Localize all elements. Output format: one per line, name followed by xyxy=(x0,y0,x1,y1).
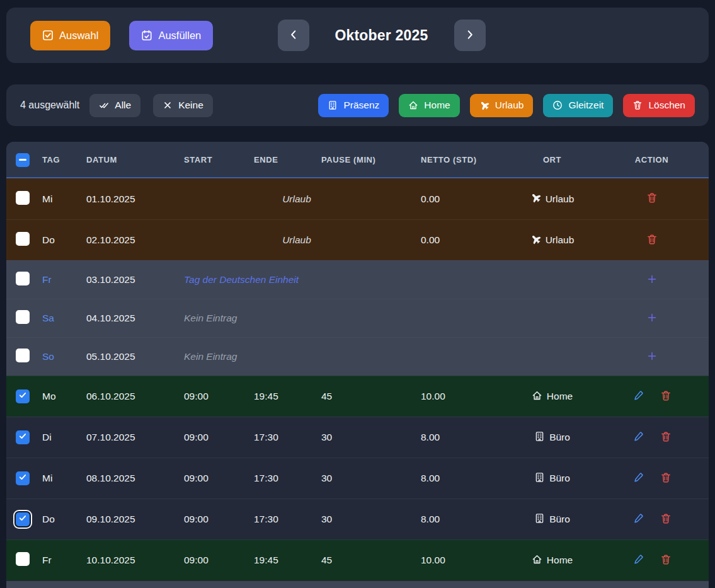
ort-label: Urlaub xyxy=(546,234,575,246)
row-actions xyxy=(595,389,709,405)
row-actions xyxy=(595,191,709,207)
header-action: ACTION xyxy=(595,155,709,164)
header-tag: TAG xyxy=(37,155,81,164)
row-checkbox[interactable] xyxy=(16,389,30,403)
previous-month-button[interactable] xyxy=(278,20,309,51)
pencil-icon xyxy=(632,513,644,526)
delete-entry-button[interactable] xyxy=(659,553,673,568)
holiday-note: Tag der Deutschen Einheit xyxy=(178,274,510,285)
praesenz-label: Präsenz xyxy=(343,100,379,111)
ende-value: 17:30 xyxy=(248,514,316,525)
checkbox-check-icon xyxy=(42,30,54,41)
home-icon xyxy=(408,100,418,110)
plus-icon xyxy=(647,351,657,363)
add-entry-button[interactable] xyxy=(646,273,658,287)
double-check-icon xyxy=(99,100,109,110)
edit-entry-button[interactable] xyxy=(631,471,645,487)
ausfuellen-button[interactable]: Ausfüllen xyxy=(129,21,213,50)
day-label: Sa xyxy=(37,313,81,324)
pencil-icon xyxy=(632,431,644,444)
ort-label: Urlaub xyxy=(546,193,575,205)
check-icon xyxy=(18,391,27,402)
ort-cell: Urlaub xyxy=(510,234,595,247)
netto-value: 8.00 xyxy=(415,473,510,484)
table-row: Do02.10.2025Urlaub0.00Urlaub xyxy=(6,219,709,260)
pause-value: 30 xyxy=(316,514,415,525)
table-row: Fr10.10.202509:0019:454510.00Home xyxy=(6,539,709,580)
delete-entry-button[interactable] xyxy=(645,233,659,248)
delete-entry-button[interactable] xyxy=(659,512,673,527)
row-checkbox[interactable] xyxy=(16,552,30,566)
edit-entry-button[interactable] xyxy=(631,389,645,405)
row-checkbox[interactable] xyxy=(16,349,30,362)
table-row: Do09.10.202509:0017:30308.00Büro xyxy=(6,499,709,539)
day-label: So xyxy=(37,351,81,362)
auswahl-button-label: Auswahl xyxy=(59,30,98,42)
ende-value: 17:30 xyxy=(248,432,316,443)
row-actions xyxy=(595,553,709,568)
x-icon xyxy=(163,100,173,110)
gleitzeit-button[interactable]: Gleitzeit xyxy=(543,94,613,117)
chevron-left-icon xyxy=(288,29,299,42)
row-checkbox[interactable] xyxy=(16,310,30,324)
selection-toolbar: 4 ausgewählt Alle Keine PräsenzHomeUrlau… xyxy=(6,84,709,126)
check-icon xyxy=(18,514,27,525)
delete-entry-button[interactable] xyxy=(659,471,673,487)
pause-value: 45 xyxy=(316,391,415,402)
start-value: 09:00 xyxy=(178,514,248,525)
edit-entry-button[interactable] xyxy=(631,430,645,446)
header-start: START xyxy=(178,155,248,164)
delete-entry-button[interactable] xyxy=(659,389,673,405)
date-label: 03.10.2025 xyxy=(81,274,178,285)
start-value: 09:00 xyxy=(178,432,248,443)
ende-value: 19:45 xyxy=(248,555,316,566)
row-actions xyxy=(595,350,709,364)
row-checkbox[interactable] xyxy=(16,232,30,246)
netto-value: 10.00 xyxy=(415,391,510,402)
select-all-button[interactable]: Alle xyxy=(89,94,140,117)
header-datum: DATUM xyxy=(81,155,178,164)
date-label: 10.10.2025 xyxy=(81,555,178,566)
delete-entry-button[interactable] xyxy=(659,430,673,446)
loeschen-label: Löschen xyxy=(648,100,685,111)
next-month-button[interactable] xyxy=(454,20,486,51)
row-checkbox[interactable] xyxy=(16,430,30,444)
selected-count-label: 4 ausgewählt xyxy=(20,100,79,111)
row-actions xyxy=(595,512,709,527)
day-label: Fr xyxy=(37,274,81,285)
delete-entry-button[interactable] xyxy=(645,191,659,207)
table-body: Mi01.10.2025Urlaub0.00UrlaubDo02.10.2025… xyxy=(6,178,709,588)
select-all-checkbox[interactable] xyxy=(16,153,30,167)
plus-icon xyxy=(647,313,657,325)
row-actions xyxy=(595,233,709,248)
chevron-right-icon xyxy=(464,29,476,42)
table-row: Mi08.10.202509:0017:30308.00Büro xyxy=(6,458,709,499)
start-value: 09:00 xyxy=(178,391,248,402)
day-label: Do xyxy=(37,234,81,246)
time-tracking-page: Auswahl Ausfüllen Oktober 2025 4 ausgewä… xyxy=(0,8,715,588)
add-entry-button[interactable] xyxy=(646,311,658,326)
month-navigation: Oktober 2025 xyxy=(278,20,486,51)
table-row: Mi01.10.2025Urlaub0.00Urlaub xyxy=(6,178,709,219)
praesenz-button[interactable]: Präsenz xyxy=(318,94,389,117)
urlaub-button[interactable]: Urlaub xyxy=(470,94,534,117)
trash-icon xyxy=(660,390,672,403)
row-checkbox[interactable] xyxy=(16,471,30,485)
auswahl-button[interactable]: Auswahl xyxy=(30,21,110,50)
add-entry-button[interactable] xyxy=(646,350,658,364)
date-label: 06.10.2025 xyxy=(81,391,178,402)
pause-value: 45 xyxy=(316,555,415,566)
row-checkbox[interactable] xyxy=(16,512,30,526)
edit-entry-button[interactable] xyxy=(631,512,645,527)
day-label: Fr xyxy=(37,555,81,566)
row-checkbox[interactable] xyxy=(16,272,30,285)
loeschen-button[interactable]: Löschen xyxy=(623,94,695,117)
edit-entry-button[interactable] xyxy=(631,553,645,568)
select-none-button[interactable]: Keine xyxy=(153,94,213,117)
ort-cell: Home xyxy=(510,390,595,403)
netto-value: 8.00 xyxy=(415,514,510,525)
table-header-row: TAG DATUM START ENDE PAUSE (MIN) NETTO (… xyxy=(6,142,709,178)
row-checkbox[interactable] xyxy=(16,191,30,205)
home-button[interactable]: Home xyxy=(399,94,459,117)
ort-label: Home xyxy=(547,555,573,566)
